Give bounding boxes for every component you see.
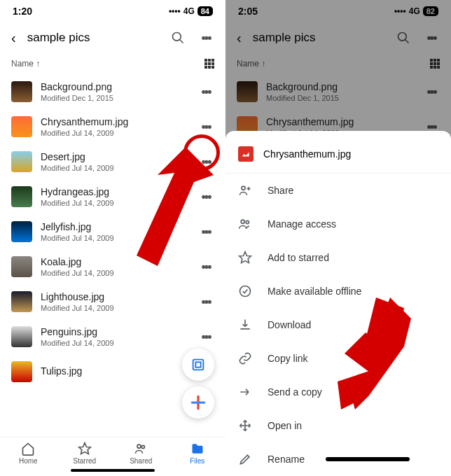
svg-point-16 <box>240 286 251 297</box>
screen-right: 2:05 •••• 4G 82 ‹ sample pics ••• Name ↑… <box>226 0 451 476</box>
app-header: ‹ sample pics ••• <box>0 22 226 53</box>
nav-starred[interactable]: Starred <box>57 442 113 465</box>
file-row[interactable]: Background.pngModified Dec 1, 2015••• <box>226 74 451 109</box>
thumbnail <box>11 151 32 172</box>
svg-marker-15 <box>240 252 251 263</box>
sheet-title: Chrysanthemum.jpg <box>263 148 351 160</box>
carrier-label: 4G <box>183 6 195 16</box>
file-modified: Modified Jul 14, 2009 <box>41 269 189 277</box>
status-right: •••• 4G 82 <box>394 6 438 16</box>
file-name: Lighthouse.jpg <box>41 291 189 302</box>
svg-marker-4 <box>78 443 90 454</box>
menu-label: Copy link <box>268 353 308 364</box>
move-icon <box>238 419 252 433</box>
search-icon[interactable] <box>395 29 412 46</box>
sort-bar: Name ↑ <box>0 53 226 74</box>
svg-point-5 <box>137 444 141 448</box>
app-header: ‹ sample pics ••• <box>226 22 451 53</box>
thumbnail <box>11 81 32 102</box>
file-row[interactable]: Lighthouse.jpgModified Jul 14, 2009••• <box>0 284 226 319</box>
file-more-icon[interactable]: ••• <box>197 85 214 99</box>
people-icon <box>238 217 252 231</box>
add-fab[interactable] <box>182 386 214 419</box>
person-plus-icon <box>238 183 252 197</box>
file-modified: Modified Dec 1, 2015 <box>41 94 189 102</box>
menu-label: Rename <box>268 454 305 465</box>
menu-label: Share <box>268 185 293 196</box>
bottom-nav: Home Starred Shared Files <box>0 437 226 466</box>
redaction-bar <box>326 457 410 461</box>
page-title: sample pics <box>253 31 384 45</box>
menu-manage-access[interactable]: Manage access <box>226 207 451 241</box>
menu-label: Open in <box>268 420 302 431</box>
menu-share[interactable]: Share <box>226 174 451 207</box>
sort-label[interactable]: Name ↑ <box>11 59 40 69</box>
status-bar: 1:20 •••• 4G 84 <box>0 0 226 22</box>
file-modified: Modified Dec 1, 2015 <box>266 94 415 102</box>
file-name: Chrysanthemum.jpg <box>266 116 415 127</box>
file-more-icon[interactable]: ••• <box>197 295 214 309</box>
offline-icon <box>238 284 252 298</box>
search-icon[interactable] <box>169 29 186 46</box>
star-icon <box>238 251 252 265</box>
thumbnail <box>11 291 32 312</box>
thumbnail <box>11 116 32 137</box>
nav-label: Home <box>19 457 38 465</box>
signal-icon: •••• <box>394 6 406 16</box>
file-more-icon[interactable]: ••• <box>197 120 214 134</box>
status-time: 1:20 <box>13 6 32 17</box>
svg-marker-7 <box>137 147 214 266</box>
signal-icon: •••• <box>169 6 181 16</box>
status-right: •••• 4G 84 <box>169 6 213 16</box>
file-more-icon[interactable]: ••• <box>423 85 440 99</box>
svg-line-9 <box>405 40 409 43</box>
svg-point-13 <box>241 220 244 223</box>
more-icon[interactable]: ••• <box>197 29 214 46</box>
status-time: 2:05 <box>238 6 258 17</box>
thumbnail <box>11 361 32 382</box>
nav-label: Shared <box>130 457 152 465</box>
nav-shared[interactable]: Shared <box>113 442 169 465</box>
edit-icon <box>238 452 252 466</box>
thumbnail <box>237 81 258 102</box>
link-icon <box>238 351 252 365</box>
nav-label: Starred <box>73 457 96 465</box>
sort-label[interactable]: Name ↑ <box>237 59 265 69</box>
svg-point-6 <box>142 445 145 448</box>
grid-view-icon[interactable] <box>204 59 214 69</box>
menu-label: Make available offline <box>268 286 361 297</box>
menu-label: Manage access <box>268 218 336 230</box>
thumbnail <box>11 186 32 207</box>
back-icon[interactable]: ‹ <box>11 30 16 46</box>
file-name: Background.png <box>41 81 189 92</box>
download-icon <box>238 318 252 332</box>
thumbnail <box>11 326 32 347</box>
thumbnail <box>11 221 32 242</box>
annotation-arrow <box>116 147 214 266</box>
nav-files[interactable]: Files <box>169 442 226 465</box>
sheet-header: Chrysanthemum.jpg <box>226 139 451 173</box>
back-icon[interactable]: ‹ <box>237 30 242 46</box>
menu-label: Add to starred <box>268 252 329 263</box>
menu-open-in[interactable]: Open in <box>226 409 451 442</box>
file-more-icon[interactable]: ••• <box>197 330 214 344</box>
carrier-label: 4G <box>409 6 420 16</box>
scan-fab[interactable] <box>182 349 214 381</box>
home-indicator <box>71 469 155 472</box>
svg-point-8 <box>398 33 407 41</box>
thumbnail <box>11 256 32 277</box>
file-row[interactable]: Penguins.jpgModified Jul 14, 2009••• <box>0 319 226 354</box>
menu-rename[interactable]: Rename <box>226 442 451 476</box>
battery-badge: 82 <box>423 6 438 16</box>
file-name: Background.png <box>266 81 415 92</box>
more-icon[interactable]: ••• <box>423 29 440 46</box>
file-name: Penguins.jpg <box>41 326 189 337</box>
grid-view-icon[interactable] <box>430 59 440 69</box>
file-modified: Modified Jul 14, 2009 <box>41 129 189 137</box>
menu-add-starred[interactable]: Add to starred <box>226 241 451 274</box>
nav-home[interactable]: Home <box>0 442 57 465</box>
image-icon <box>238 146 254 162</box>
menu-label: Download <box>268 319 311 330</box>
svg-line-1 <box>180 40 183 43</box>
file-row[interactable]: Background.pngModified Dec 1, 2015••• <box>0 74 226 109</box>
